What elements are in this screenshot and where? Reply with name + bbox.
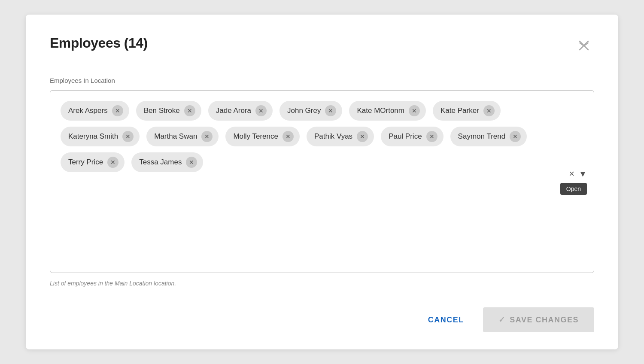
chip-label: Tessa James	[139, 158, 182, 167]
chip-label: Molly Terence	[233, 132, 278, 141]
clear-all-button[interactable]: ×	[567, 168, 576, 179]
employee-chip: Ben Stroke✕	[136, 101, 201, 121]
dialog-header: Employees (14)	[50, 35, 594, 56]
employees-dialog: Employees (14) Employees In Location Are…	[26, 15, 618, 349]
check-icon: ✓	[498, 315, 506, 325]
chip-label: Terry Price	[68, 158, 103, 167]
chip-remove-button[interactable]: ✕	[201, 131, 213, 142]
chip-label: Saymon Trend	[458, 132, 506, 141]
chip-label: Kateryna Smith	[68, 132, 118, 141]
cancel-button[interactable]: CANCEL	[416, 309, 476, 331]
employee-chip: Paul Price✕	[381, 127, 443, 146]
dropdown-button[interactable]: ▾	[579, 168, 587, 179]
helper-text: List of employees in the Main Location l…	[50, 280, 594, 287]
chip-label: Kate Parker	[440, 106, 479, 115]
chip-remove-button[interactable]: ✕	[186, 157, 197, 168]
employee-chip: Kate Parker✕	[433, 101, 501, 121]
chip-label: Jade Arora	[216, 106, 251, 115]
employee-chip: Molly Terence✕	[225, 127, 300, 146]
chip-remove-button[interactable]: ✕	[325, 105, 336, 116]
chip-remove-button[interactable]: ✕	[255, 105, 267, 116]
employee-chip: Kateryna Smith✕	[61, 127, 140, 146]
chip-remove-button[interactable]: ✕	[112, 105, 123, 116]
employee-chip: Pathik Vyas✕	[307, 127, 374, 146]
chip-remove-button[interactable]: ✕	[409, 105, 420, 116]
open-tooltip: Open	[560, 183, 587, 195]
employee-chip: Arek Aspers✕	[61, 101, 129, 121]
dialog-footer: CANCEL ✓ SAVE CHANGES	[50, 307, 594, 332]
chip-remove-button[interactable]: ✕	[122, 131, 134, 142]
chip-remove-button[interactable]: ✕	[107, 157, 118, 168]
chip-remove-button[interactable]: ✕	[184, 105, 195, 116]
box-icon-row: × ▾	[567, 168, 587, 179]
employees-box: Arek Aspers✕Ben Stroke✕Jade Arora✕John G…	[50, 90, 594, 273]
chip-remove-button[interactable]: ✕	[283, 131, 294, 142]
employee-chip: John Grey✕	[279, 101, 342, 121]
chip-label: Kate MOrtonm	[357, 106, 404, 115]
chip-label: Arek Aspers	[68, 106, 108, 115]
save-label: SAVE CHANGES	[510, 315, 579, 325]
employee-chip: Saymon Trend✕	[450, 127, 527, 146]
employee-chip: Terry Price✕	[61, 152, 125, 172]
employee-chip: Jade Arora✕	[208, 101, 273, 121]
chips-area: Arek Aspers✕Ben Stroke✕Jade Arora✕John G…	[61, 101, 585, 172]
close-button[interactable]	[574, 37, 594, 56]
chip-label: Pathik Vyas	[314, 132, 352, 141]
chip-label: John Grey	[287, 106, 321, 115]
chip-label: Martha Swan	[154, 132, 197, 141]
chip-remove-button[interactable]: ✕	[357, 131, 368, 142]
chip-remove-button[interactable]: ✕	[426, 131, 437, 142]
chip-label: Paul Price	[389, 132, 422, 141]
employee-chip: Martha Swan✕	[146, 127, 219, 146]
employee-chip: Kate MOrtonm✕	[349, 101, 426, 121]
chip-remove-button[interactable]: ✕	[510, 131, 521, 142]
section-label: Employees In Location	[50, 77, 594, 84]
scissors-icon	[577, 39, 591, 52]
chip-label: Ben Stroke	[144, 106, 180, 115]
dialog-title: Employees (14)	[50, 35, 148, 51]
chip-remove-button[interactable]: ✕	[483, 105, 495, 116]
employee-chip: Tessa James✕	[131, 152, 203, 172]
save-button[interactable]: ✓ SAVE CHANGES	[483, 307, 594, 332]
box-controls: × ▾ Open	[560, 168, 587, 195]
